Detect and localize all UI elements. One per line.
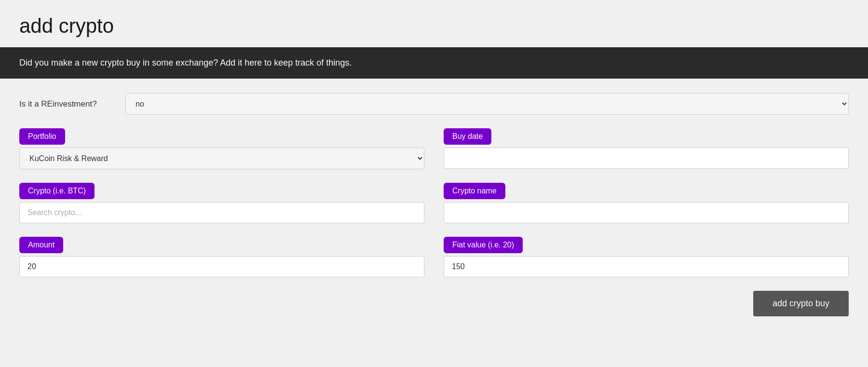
portfolio-select[interactable]: KuCoin Risk & Reward <box>19 148 424 169</box>
portfolio-group: Portfolio KuCoin Risk & Reward <box>19 128 424 169</box>
reinvestment-row: Is it a REinvestment? no yes <box>19 93 849 115</box>
page-title: add crypto <box>19 14 849 38</box>
amount-input[interactable] <box>19 256 424 277</box>
crypto-row: Crypto (i.e. BTC) Crypto name <box>19 183 849 223</box>
crypto-search-input[interactable] <box>19 202 424 223</box>
reinvestment-select-wrapper: no yes <box>125 93 849 115</box>
fiat-value-group: Fiat value (i.e. 20) <box>444 237 849 277</box>
crypto-name-input[interactable] <box>444 202 849 223</box>
crypto-name-group: Crypto name <box>444 183 849 223</box>
buy-date-label: Buy date <box>444 128 491 145</box>
amount-label: Amount <box>19 237 63 253</box>
portfolio-label: Portfolio <box>19 128 65 145</box>
reinvestment-select[interactable]: no yes <box>125 93 849 115</box>
buy-date-input[interactable] <box>444 148 849 169</box>
header-section: add crypto <box>0 0 868 47</box>
submit-row: add crypto buy <box>19 291 849 316</box>
amount-group: Amount <box>19 237 424 277</box>
add-crypto-buy-button[interactable]: add crypto buy <box>753 291 849 316</box>
banner-text: Did you make a new crypto buy in some ex… <box>19 58 352 68</box>
info-banner: Did you make a new crypto buy in some ex… <box>0 47 868 79</box>
portfolio-buy-date-row: Portfolio KuCoin Risk & Reward Buy date <box>19 128 849 169</box>
crypto-group: Crypto (i.e. BTC) <box>19 183 424 223</box>
fiat-value-label: Fiat value (i.e. 20) <box>444 237 523 253</box>
fiat-value-input[interactable] <box>444 256 849 277</box>
reinvestment-label: Is it a REinvestment? <box>19 99 116 109</box>
buy-date-group: Buy date <box>444 128 849 169</box>
amount-row: Amount Fiat value (i.e. 20) <box>19 237 849 277</box>
crypto-name-label: Crypto name <box>444 183 505 199</box>
page-container: add crypto Did you make a new crypto buy… <box>0 0 868 331</box>
form-section: Is it a REinvestment? no yes Portfolio K… <box>0 79 868 331</box>
crypto-label: Crypto (i.e. BTC) <box>19 183 95 199</box>
